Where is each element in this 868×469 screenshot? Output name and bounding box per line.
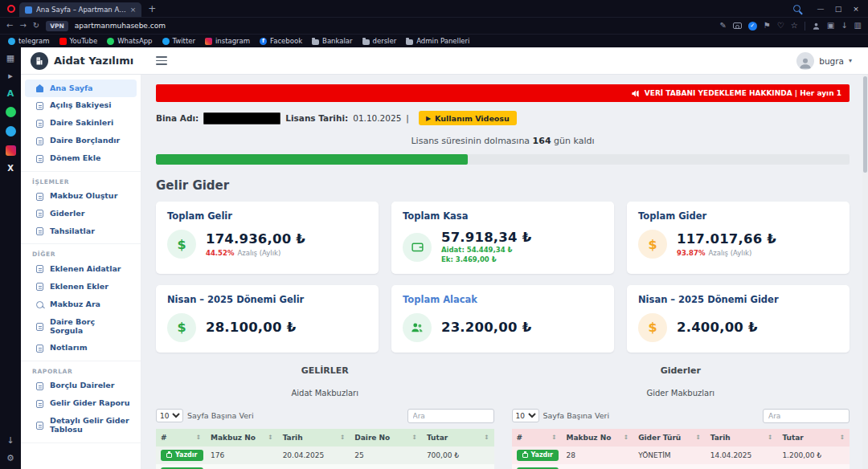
app-title: Aidat Yazılımı xyxy=(54,55,133,67)
profile-icon[interactable] xyxy=(812,18,821,34)
column-header-tarih[interactable]: Tarih↕ xyxy=(706,429,778,447)
page-size-select[interactable]: 10 xyxy=(512,409,539,422)
browser-tab[interactable]: Ana Sayfa – Apartman A… × xyxy=(19,2,141,17)
close-button[interactable]: × xyxy=(847,5,865,13)
card-amount: 174.936,00 ₺ xyxy=(206,231,305,247)
url-field[interactable]: apartmanmuhasebe.com xyxy=(75,22,166,30)
card-amount: 117.017,66 ₺ xyxy=(677,231,776,247)
bookmark-folder-admin-panelleri[interactable]: Admin Panelleri xyxy=(406,37,469,45)
settings-gear-icon[interactable]: ⚙ xyxy=(6,454,14,463)
maximize-button[interactable]: □ xyxy=(829,5,847,13)
camera-icon[interactable] xyxy=(733,22,742,29)
column-header-makbuz-no[interactable]: Makbuz No↕ xyxy=(206,429,278,447)
sidebar-item-daire-sakinleri[interactable]: Daire Sakinleri xyxy=(25,115,137,133)
column-header-tutar[interactable]: Tutar↕ xyxy=(777,429,850,447)
receipt-search-icon xyxy=(36,301,43,308)
aria-icon[interactable]: A xyxy=(7,89,14,98)
telegram-panel-icon[interactable] xyxy=(6,126,16,137)
extensions-icon[interactable]: ▣ xyxy=(827,22,834,30)
download-icon[interactable]: ↓ xyxy=(841,22,847,30)
x-panel-icon[interactable]: X xyxy=(7,165,14,173)
vpn-badge[interactable]: VPN xyxy=(46,21,68,31)
gelirler-search-input[interactable] xyxy=(407,409,494,423)
sidebar-section-raporlar: RAPORLAR xyxy=(21,363,141,377)
snapshot-icon[interactable]: ✎ xyxy=(719,22,726,30)
giderler-search-input[interactable] xyxy=(763,409,850,423)
sidebar-item-makbuz-ara[interactable]: Makbuz Ara xyxy=(25,296,137,313)
play-icon: ▶ xyxy=(426,115,431,122)
player-icon[interactable]: ▸ xyxy=(8,71,13,80)
page-size-label: Sayfa Başına Veri xyxy=(187,411,254,420)
column-header-gider-turu[interactable]: Gider Türü↕ xyxy=(633,429,706,447)
sidebar-item-ana-sayfa[interactable]: Ana Sayfa xyxy=(25,80,137,97)
bookmark-youtube[interactable]: YouTube xyxy=(59,37,98,45)
column-header-makbuz-no[interactable]: Makbuz No↕ xyxy=(562,429,634,447)
sidebar-toggle-button[interactable] xyxy=(156,56,167,64)
summary-cards: Toplam Gelir $ 174.936,00 ₺ 44.52%Azalış… xyxy=(156,202,850,353)
refresh-button[interactable]: ↻ xyxy=(33,22,39,30)
print-button[interactable]: Yazdır xyxy=(161,450,203,461)
sort-icon: ↕ xyxy=(196,434,201,441)
tab-favicon-icon xyxy=(25,6,32,14)
sidebar-item-daire-borc-sorgula[interactable]: Daire Borç Sorgula xyxy=(25,313,137,340)
sort-icon: ↕ xyxy=(551,434,556,441)
print-button[interactable]: Yazdır xyxy=(517,450,559,461)
sidebar-item-eklenen-aidatlar[interactable]: Eklenen Aidatlar xyxy=(25,260,137,278)
column-header-daire-no[interactable]: Daire No↕ xyxy=(350,429,422,447)
printer-icon xyxy=(522,453,528,458)
column-header-hash[interactable]: #↕ xyxy=(512,429,562,447)
opera-menu-button[interactable] xyxy=(3,5,19,13)
instagram-panel-icon[interactable] xyxy=(6,145,16,156)
sidebar-item-borclu-daireler[interactable]: Borçlu Daireler xyxy=(25,377,137,395)
new-tab-button[interactable]: + xyxy=(148,4,156,14)
page-size-select[interactable]: 10 xyxy=(156,409,183,422)
bookmark-facebook[interactable]: fFacebook xyxy=(260,37,302,45)
separator: | xyxy=(406,113,409,123)
panels-toggle-icon[interactable]: ▥ xyxy=(854,22,862,30)
sidebar-item-makbuz-olustur[interactable]: Makbuz Oluştur xyxy=(25,188,137,206)
backup-alert-banner[interactable]: VERİ TABANI YEDEKLEME HAKKINDA | Her ayı… xyxy=(156,84,850,102)
bookmark-folder-dersler[interactable]: dersler xyxy=(362,37,397,45)
tab-close-icon[interactable]: × xyxy=(130,6,137,14)
column-header-tarih[interactable]: Tarih↕ xyxy=(278,429,350,447)
bookmark-telegram[interactable]: telegram xyxy=(8,37,50,45)
card-donem-gelir: Nisan – 2025 Dönemi Gelir $ 28.100,00 ₺ xyxy=(156,285,379,353)
sidebar-item-detayli-gelir-gider-tablosu[interactable]: Detaylı Gelir Gider Tablosu xyxy=(25,413,137,439)
sidebar-item-daire-borclandir[interactable]: Daire Borçlandır xyxy=(25,133,137,150)
column-header-tutar[interactable]: Tutar↕ xyxy=(422,429,494,447)
main-scrollbar[interactable] xyxy=(862,75,868,469)
wishlist-heart-icon[interactable]: ♡ xyxy=(777,22,784,30)
user-menu[interactable]: bugra ▾ xyxy=(796,52,868,70)
bookmark-instagram[interactable]: instagram xyxy=(205,37,250,45)
app-brand[interactable]: Aidat Yazılımı xyxy=(21,52,141,70)
shield-check-icon[interactable]: ✓ xyxy=(748,22,757,31)
bookmark-whatsapp[interactable]: WhatsApp xyxy=(107,37,152,45)
column-header-hash[interactable]: #↕ xyxy=(156,429,206,447)
bookmark-star-icon[interactable]: ☆ xyxy=(791,22,798,30)
sidebar-item-gelir-gider-raporu[interactable]: Gelir Gider Raporu xyxy=(25,395,137,413)
speed-dial-icon[interactable]: ▦ xyxy=(6,54,14,63)
banner-text: VERİ TABANI YEDEKLEME HAKKINDA | Her ayı… xyxy=(645,89,841,97)
sidebar-item-notlarim[interactable]: Notlarım xyxy=(25,340,137,357)
card-toplam-kasa: Toplam Kasa 57.918,34 ₺ Aidat: 54.449,34… xyxy=(391,202,614,274)
sidebar-item-donem-ekle[interactable]: Dönem Ekle xyxy=(25,150,137,168)
whatsapp-panel-icon[interactable] xyxy=(6,107,16,117)
sidebar-item-acilis-bakiyesi[interactable]: Açılış Bakiyesi xyxy=(25,97,137,115)
bookmark-twitter[interactable]: Twitter xyxy=(162,37,196,45)
sidebar-item-tahsilatlar[interactable]: Tahsilatlar xyxy=(25,222,137,240)
sort-icon: ↕ xyxy=(840,434,845,441)
bookmark-folder-bankalar[interactable]: Bankalar xyxy=(312,37,352,45)
lisans-tarihi-label: Lisans Tarihi: xyxy=(285,113,348,123)
card-amount: 23.200,00 ₺ xyxy=(441,320,531,335)
minimize-button[interactable]: — xyxy=(812,5,829,13)
back-button[interactable]: ← xyxy=(6,22,13,30)
flag-icon[interactable]: ⚑ xyxy=(764,22,771,30)
downloads-icon[interactable]: ↓ xyxy=(6,436,14,445)
sidebar-item-eklenen-ekler[interactable]: Eklenen Ekler xyxy=(25,278,137,296)
license-info-row: Bina Adı: Lisans Tarihi: 01.10.2025 | ▶ … xyxy=(156,111,850,125)
card-amount: 57.918,34 ₺ xyxy=(441,230,531,245)
usage-video-button[interactable]: ▶ Kullanım Videosu xyxy=(419,111,517,125)
browser-search-icon[interactable] xyxy=(793,5,800,12)
sidebar-item-giderler[interactable]: Giderler xyxy=(25,206,137,223)
forward-button[interactable]: → xyxy=(19,22,26,30)
